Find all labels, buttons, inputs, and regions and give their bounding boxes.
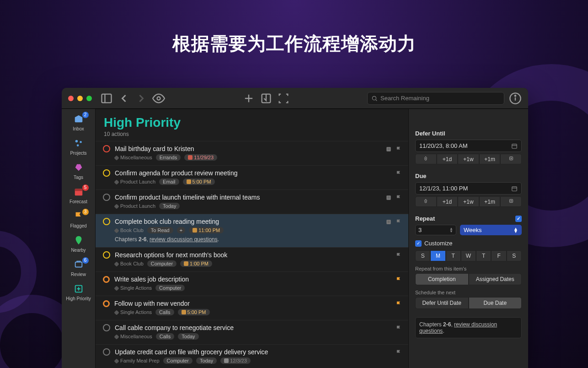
flag-icon[interactable] [396,219,402,225]
task-row[interactable]: Confirm product launch timeline with int… [96,189,408,214]
quick-date-button[interactable] [500,196,522,207]
sidebar-item-inbox[interactable]: Inbox2 [64,114,93,131]
tag-pill[interactable]: To Read [147,227,173,233]
tag-pill[interactable]: Email [159,179,179,185]
task-row[interactable]: Write sales job description Single Actio… [96,271,408,296]
tag-pill[interactable]: Computer [155,285,185,291]
quick-date-button[interactable] [500,154,522,164]
project-name[interactable]: Family Meal Prep [115,358,160,363]
flag-icon[interactable] [396,276,402,283]
project-name[interactable]: Miscellaneous [115,155,152,160]
flag-icon[interactable] [396,146,402,152]
back-icon[interactable] [118,93,130,104]
segment-button[interactable]: Due Date [469,297,522,309]
status-circle[interactable] [103,218,110,225]
weekday-button[interactable]: S [507,250,522,261]
sidebar-item-forecast[interactable]: Forecast5 [64,186,93,204]
repeat-count-stepper[interactable]: ▲▼ [415,225,456,235]
task-row[interactable]: Follow up with new vendor Single Actions… [96,296,408,320]
task-row[interactable]: Mail birthday card to Kristen Miscellane… [96,141,408,165]
segment-button[interactable]: Defer Until Date [415,297,469,309]
project-name[interactable]: Single Actions [115,285,152,291]
tag-pill[interactable]: Today [159,203,180,209]
sidebar-item-projects[interactable]: Projects [64,138,93,156]
status-circle[interactable] [103,324,110,331]
tag-pill[interactable]: Computer [147,260,176,267]
flag-icon[interactable] [396,170,402,177]
task-row[interactable]: Confirm agenda for product review meetin… [96,165,408,189]
status-circle[interactable] [103,276,110,283]
status-circle[interactable] [103,194,110,201]
sidebar-item-tags[interactable]: Tags [64,162,93,180]
weekday-button[interactable]: W [461,250,476,261]
flag-icon[interactable] [396,252,402,259]
flag-icon[interactable] [396,349,402,356]
status-circle[interactable] [103,145,110,152]
quick-date-button[interactable]: +1d [437,196,458,207]
weekday-button[interactable]: S [415,250,430,261]
task-row[interactable]: Complete book club reading meeting Book … [96,214,408,247]
status-circle[interactable] [103,251,110,259]
repeat-checkbox[interactable]: ✓ [515,216,522,222]
sidebar-item-flagged[interactable]: Flagged3 [64,211,93,228]
segment-button[interactable]: Assigned Dates [469,273,522,285]
sidebar-item-review[interactable]: Review6 [64,259,93,277]
tag-pill[interactable]: Today [178,333,198,340]
project-name[interactable]: Book Club [115,227,144,233]
flag-icon[interactable] [396,301,402,307]
quick-date-button[interactable]: +1m [479,154,501,164]
eye-icon[interactable] [152,93,165,104]
search-input[interactable]: Search Remaining [367,92,504,105]
quick-date-button[interactable] [415,154,437,164]
task-row[interactable]: Research options for next month's book B… [96,247,408,271]
project-name[interactable]: Single Actions [115,309,152,315]
tag-pill[interactable]: Calls [156,333,174,340]
task-row[interactable]: Update credit card on file with grocery … [96,344,408,368]
quick-date-button[interactable]: +1d [437,154,458,164]
task-row[interactable]: Call cable company to renegotiate servic… [96,320,408,344]
status-circle[interactable] [103,300,110,307]
status-circle[interactable] [103,169,110,177]
weekday-button[interactable]: F [491,250,506,261]
defer-date-input[interactable]: 11/20/23, 8:00 AM [415,140,522,152]
svg-point-11 [75,140,78,143]
forward-icon[interactable] [135,93,148,104]
weekday-button[interactable]: T [446,250,461,261]
note-icon[interactable] [385,195,392,203]
info-icon[interactable] [509,93,522,104]
tag-pill[interactable]: Today [196,357,217,364]
sidebar-item-high-priority[interactable]: High Priority [64,283,93,301]
quick-date-button[interactable]: +1m [479,196,501,207]
tag-pill[interactable]: Errands [156,154,181,161]
quick-date-button[interactable]: +1w [458,154,479,164]
flag-icon[interactable] [396,325,402,331]
note-icon[interactable] [385,219,392,227]
flag-icon[interactable] [396,195,402,201]
segment-button[interactable]: Completion [415,273,469,285]
project-name[interactable]: Product Launch [115,179,155,184]
quick-entry-icon[interactable] [260,93,273,104]
note-box[interactable]: Chapters 2-6, review discussion question… [415,317,522,338]
tag-pill[interactable]: + [177,227,185,233]
weekday-button[interactable]: M [430,250,445,261]
task-title: Research options for next month's book [115,251,227,259]
sidebar-toggle-icon[interactable] [100,93,113,104]
calendar-icon [511,185,518,192]
add-icon[interactable] [242,93,255,104]
due-date-input[interactable]: 12/1/23, 11:00 PM [415,182,522,195]
weekday-button[interactable]: T [476,250,491,261]
customize-checkbox[interactable]: ✓ [415,240,422,247]
sidebar-item-nearby[interactable]: Nearby [64,235,93,253]
note-icon[interactable] [385,146,392,154]
repeat-unit-select[interactable]: Weeks ▲▼ [460,225,522,235]
tag-pill[interactable]: Calls [155,309,174,315]
status-circle[interactable] [103,348,110,356]
window-controls[interactable] [68,96,92,101]
focus-icon[interactable] [277,93,290,104]
project-name[interactable]: Product Launch [115,203,155,209]
quick-date-button[interactable] [415,196,437,207]
project-name[interactable]: Book Club [115,261,144,266]
tag-pill[interactable]: Computer [163,357,192,364]
quick-date-button[interactable]: +1w [458,196,479,207]
project-name[interactable]: Miscellaneous [115,334,152,339]
